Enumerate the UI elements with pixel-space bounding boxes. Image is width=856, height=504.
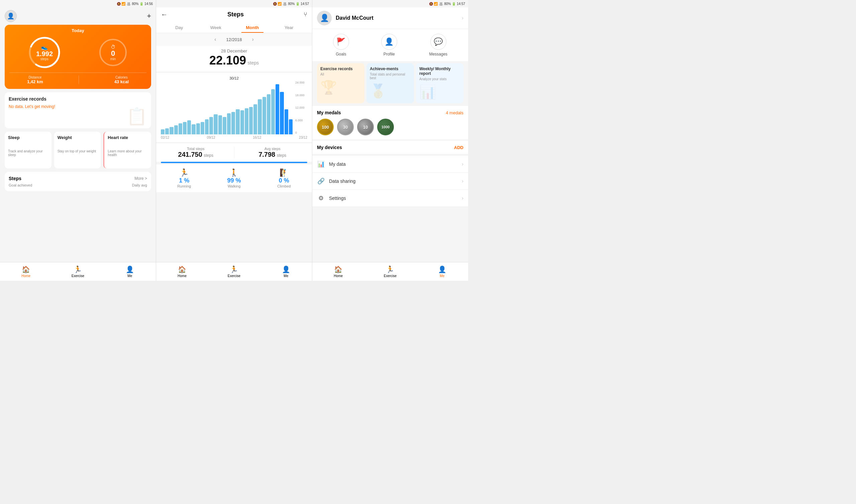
home-icon-2: 🏠 <box>178 265 186 273</box>
medal-3: 10 <box>357 119 374 136</box>
steps-value: 1.992 <box>36 51 53 57</box>
devices-title: My devices <box>317 145 342 150</box>
avatar[interactable]: 👤 <box>5 10 17 22</box>
heart-tile[interactable]: Heart rate Learn more about your health <box>103 132 151 168</box>
weekly-title: Weekly/ Monthly report <box>419 67 460 76</box>
steps-big-display: 28 December 22.109 steps <box>156 46 312 72</box>
nav-exercise-label-3: Exercise <box>384 274 396 278</box>
bar-15 <box>227 113 231 134</box>
nav-me-1[interactable]: 👤 Me <box>104 265 156 278</box>
walking-icon: 🚶 <box>211 168 257 177</box>
x-label-2: 09/12 <box>207 136 215 139</box>
status-text-1: 🔕 📶 .|||. 80% 🔋 14:56 <box>117 2 153 6</box>
goals-action[interactable]: 🚩 Goals <box>333 34 349 56</box>
profile-icon: 👤 <box>381 34 397 50</box>
weekly-report-card[interactable]: Weekly/ Monthly report Analyze your stat… <box>416 63 463 103</box>
data-sharing-icon: 🔗 <box>317 178 325 185</box>
nav-exercise-3[interactable]: 🏃 Exercise <box>364 265 416 278</box>
nav-exercise-label-1: Exercise <box>72 274 84 278</box>
add-button[interactable]: + <box>147 12 151 20</box>
nav-home-3[interactable]: 🏠 Home <box>312 265 364 278</box>
calories-stat: Calories 43 kcal <box>114 75 129 84</box>
nav-home-label-2: Home <box>178 274 186 278</box>
month-label: 12/2018 <box>226 37 242 42</box>
sleep-title: Sleep <box>8 135 48 140</box>
quick-actions: 🚩 Goals 👤 Profile 💬 Messages <box>312 29 468 61</box>
bottom-nav-1: 🏠 Home 🏃 Exercise 👤 Me <box>0 262 156 281</box>
settings-item[interactable]: ⚙ Settings › <box>312 190 468 207</box>
tab-week[interactable]: Week <box>198 22 234 33</box>
tab-month[interactable]: Month <box>234 22 271 33</box>
exercise-records-card-p[interactable]: Exercise records All 🏆 <box>317 63 364 103</box>
heart-title: Heart rate <box>108 135 148 140</box>
medals-header: My medals 4 medals <box>317 110 463 115</box>
bar-11 <box>209 117 213 135</box>
health-tiles: Sleep Track and analyze your sleep Weigh… <box>5 132 151 168</box>
medal-1: 100 <box>317 119 334 136</box>
share-icon[interactable]: ⑂ <box>304 11 307 18</box>
total-steps-label: Total steps <box>161 147 231 151</box>
profile-header[interactable]: 👤 David McCourt › <box>312 7 468 29</box>
profile-name: David McCourt <box>336 15 458 21</box>
walking-pct: 99 % <box>211 177 257 184</box>
timer-unit: min <box>110 57 116 61</box>
today-label: Today <box>10 28 146 33</box>
bar-3 <box>174 125 178 134</box>
bar-4 <box>179 123 182 134</box>
nav-me-2[interactable]: 👤 Me <box>260 265 312 278</box>
bar-chart-area <box>161 81 292 134</box>
sleep-tile[interactable]: Sleep Track and analyze your sleep <box>5 132 52 168</box>
add-device-button[interactable]: ADD <box>454 145 463 150</box>
daily-avg-label: Daily avg <box>132 183 147 187</box>
bar-28 <box>285 109 288 134</box>
heart-desc: Learn more about your health <box>108 149 148 157</box>
medals-row: 100 30 10 1000 <box>317 119 463 136</box>
goal-label: Goal achieved <box>9 183 32 187</box>
exercise-records-card[interactable]: Exercise records No data. Let's get movi… <box>5 92 151 128</box>
y-label-1: 24.000 <box>295 81 307 84</box>
data-sharing-item[interactable]: 🔗 Data sharing › <box>312 173 468 190</box>
medals-count[interactable]: 4 medals <box>446 110 463 115</box>
nav-home-1[interactable]: 🏠 Home <box>0 265 52 278</box>
bar-17 <box>236 109 239 134</box>
today-metrics: 👟 1.992 steps ⏱ 0 min <box>10 36 146 69</box>
profile-action[interactable]: 👤 Profile <box>381 34 397 56</box>
nav-exercise-1[interactable]: 🏃 Exercise <box>52 265 104 278</box>
bar-10 <box>205 119 209 134</box>
steps-section-header: Steps More > <box>9 176 147 181</box>
running-item: 🏃 1 % Running <box>161 168 207 188</box>
data-sharing-chevron-icon: › <box>462 178 463 184</box>
data-sharing-label: Data sharing <box>329 179 458 184</box>
messages-action[interactable]: 💬 Messages <box>429 34 447 56</box>
exercise-icon-1: 🏃 <box>74 265 82 273</box>
nav-exercise-2[interactable]: 🏃 Exercise <box>208 265 260 278</box>
bar-22 <box>258 99 262 134</box>
walking-item: 🚶 99 % Walking <box>211 168 257 188</box>
achievements-sub: Total stats and personal best <box>370 73 411 80</box>
today-bottom: Distance 1,42 km Calories 43 kcal <box>10 73 146 84</box>
x-label-3: 16/12 <box>253 136 261 139</box>
more-link[interactable]: More > <box>135 176 147 181</box>
messages-label: Messages <box>429 52 447 56</box>
tab-day[interactable]: Day <box>161 22 198 33</box>
bar-7 <box>192 124 195 134</box>
distance-label: Distance <box>27 75 43 79</box>
bar-13 <box>218 115 222 134</box>
nav-home-2[interactable]: 🏠 Home <box>156 265 208 278</box>
my-data-item[interactable]: 📊 My data › <box>312 156 468 173</box>
prev-month-button[interactable]: ‹ <box>214 36 216 42</box>
bar-29 <box>289 119 292 134</box>
me-icon-1: 👤 <box>126 265 134 273</box>
back-button[interactable]: ← <box>161 11 167 18</box>
nav-exercise-label-2: Exercise <box>228 274 240 278</box>
bar-1 <box>165 128 169 134</box>
nav-me-3[interactable]: 👤 Me <box>416 265 468 278</box>
bar-21 <box>253 104 257 134</box>
weight-tile[interactable]: Weight Stay on top of your weight <box>54 132 101 168</box>
tab-year[interactable]: Year <box>271 22 308 33</box>
next-month-button[interactable]: › <box>252 36 254 42</box>
panel-steps: 🔕 📶 .|||. 80% 🔋 14:57 ← Steps ⑂ Day Week… <box>156 0 312 281</box>
achievements-card[interactable]: Achieve-ments Total stats and personal b… <box>367 63 414 103</box>
status-text-2: 🔕 📶 .|||. 80% 🔋 14:57 <box>273 2 309 6</box>
nav-me-label-3: Me <box>440 274 444 278</box>
